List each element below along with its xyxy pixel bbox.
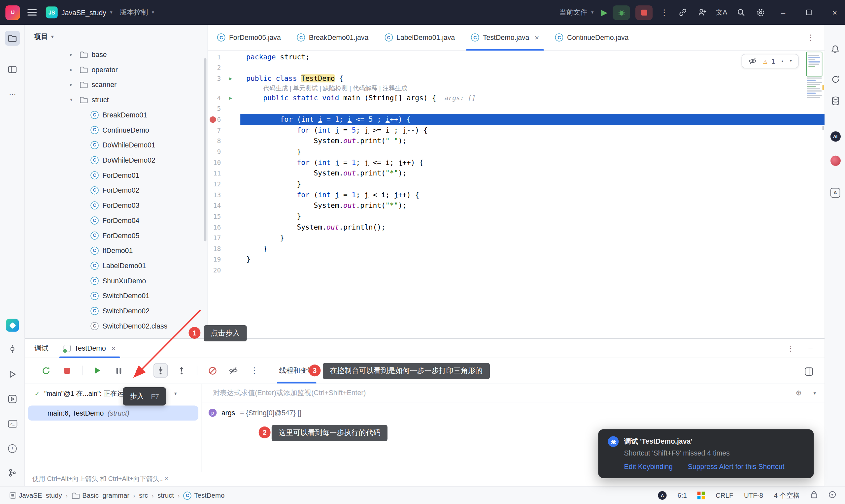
gutter-line[interactable]: 6 (208, 114, 240, 125)
variable-row[interactable]: p args = {String[0]@547} [] (202, 402, 825, 417)
tab-options-icon[interactable]: ⋮ (797, 33, 825, 42)
gutter-line[interactable]: 4▶ (208, 93, 240, 104)
commit-tool-icon[interactable] (5, 341, 20, 357)
tree-item-IfDemo01[interactable]: CIfDemo01 (25, 243, 207, 258)
breadcrumb-item[interactable]: Basic_grammar (71, 492, 129, 499)
run-gutter-icon[interactable]: ▶ (229, 95, 232, 101)
gutter-line[interactable]: 12 (208, 179, 240, 190)
tree-item-ForDemo04[interactable]: CForDemo04 (25, 213, 207, 228)
gutter-line[interactable]: 19 (208, 254, 240, 265)
gutter-line[interactable]: 9 (208, 146, 240, 157)
run-tool-icon[interactable] (5, 367, 20, 382)
close-button[interactable]: × (825, 0, 845, 25)
thread-header[interactable]: ✓ "main"@1 在...ain": 正在运行 ▾ (25, 386, 202, 401)
editor-tab-ForDemo05.java[interactable]: CForDemo05.java (209, 25, 289, 50)
tree-item-ContinueDemo[interactable]: CContinueDemo (25, 122, 207, 138)
editor-tab-LabelDemo01.java[interactable]: CLabelDemo01.java (376, 25, 463, 50)
debug-options-icon[interactable]: ⋮ (787, 344, 794, 352)
chevron-collapsed-icon[interactable]: ▸ (70, 67, 80, 72)
gutter-line[interactable]: 8 (208, 136, 240, 146)
rerun-debug-icon[interactable] (39, 363, 53, 377)
gutter-line[interactable]: 13 (208, 190, 240, 200)
chevron-expanded-icon[interactable]: ▾ (70, 97, 80, 102)
tree-item-DoWhileDemo02[interactable]: CDoWhileDemo02 (25, 152, 207, 167)
tree-item-ForDemo05[interactable]: CForDemo05 (25, 228, 207, 243)
tree-item-LabelDemo01[interactable]: CLabelDemo01 (25, 258, 207, 273)
gutter-line[interactable]: 14 (208, 200, 240, 211)
tree-item-DoWhileDemo01[interactable]: CDoWhileDemo01 (25, 137, 207, 152)
code-line-execution-point[interactable]: for (int i = 1; i <= 5 ; i++) { (240, 114, 825, 125)
add-watch-icon[interactable]: ⊕ (796, 389, 802, 397)
gutter-line[interactable]: 11 (208, 168, 240, 179)
line-separator[interactable]: CRLF (716, 492, 733, 499)
hide-panel-icon[interactable]: – (808, 344, 813, 352)
code-line[interactable] (240, 265, 825, 276)
close-tab-icon[interactable]: × (535, 33, 539, 41)
gutter-line[interactable]: 15 (208, 211, 240, 222)
prev-problem-icon[interactable]: ▴ (781, 59, 784, 64)
file-encoding[interactable]: UTF-8 (744, 492, 763, 499)
gutter-line[interactable]: 5 (208, 103, 240, 114)
gutter-line[interactable]: 1 (208, 52, 240, 63)
inspections-widget[interactable]: ⚠ 1 ▴ ▾ (742, 54, 799, 68)
problems-tool-icon[interactable]: ! (5, 441, 20, 456)
notifications-icon[interactable] (829, 42, 842, 55)
vcs-selector[interactable]: 版本控制 ▾ (120, 7, 154, 17)
stripe-mark[interactable] (822, 126, 824, 130)
code-line[interactable]: for (int j = 1; j <= i; j++) { (240, 157, 825, 168)
debug-session-tab[interactable]: TestDemo × (57, 339, 122, 358)
maximize-button[interactable] (799, 0, 819, 25)
code-line[interactable]: System.out.print(" "); (240, 136, 825, 146)
breadcrumb-item[interactable]: JavaSE_study (10, 492, 62, 499)
gutter-line[interactable]: 16 (208, 222, 240, 233)
hide-frames-icon[interactable] (226, 363, 240, 377)
version-control-tool-icon[interactable] (5, 465, 20, 481)
warning-stripe-mark[interactable] (822, 85, 824, 90)
code-line[interactable]: } (240, 211, 825, 222)
more-actions-icon[interactable]: ⋮ (658, 7, 670, 17)
caret-position[interactable]: 6:1 (677, 492, 687, 499)
main-menu-icon[interactable] (28, 7, 38, 17)
editor-tab-TestDemo.java[interactable]: CTestDemo.java× (463, 25, 547, 50)
editor-tab-BreakDemo01.java[interactable]: CBreakDemo01.java (289, 25, 376, 50)
code-editor[interactable]: 123▶4▶567891011121314151617181920 packag… (208, 51, 825, 338)
code-line[interactable]: package struct; (240, 52, 825, 63)
more-tools-icon[interactable]: ⋯ (5, 87, 20, 102)
services-tool-icon[interactable] (5, 392, 20, 407)
pause-icon[interactable] (111, 363, 125, 377)
lock-icon[interactable] (811, 490, 817, 500)
project-tool-icon[interactable] (5, 31, 20, 46)
ai-assistant-icon[interactable]: AI (829, 130, 842, 143)
minimize-button[interactable]: – (773, 0, 793, 25)
tree-item-operator[interactable]: ▸operator (25, 62, 207, 77)
code-line[interactable] (240, 62, 825, 73)
run-button[interactable]: ▶ (601, 7, 608, 17)
tree-item-SwitchDemo01[interactable]: CSwitchDemo01 (25, 288, 207, 303)
search-icon[interactable] (734, 5, 748, 19)
structure-tool-icon[interactable] (5, 62, 20, 77)
translation-plugin-icon[interactable]: A (829, 186, 842, 199)
ai-plugin-icon[interactable] (5, 318, 20, 333)
tree-item-scanner[interactable]: ▸scanner (25, 77, 207, 92)
debug-button[interactable] (613, 5, 630, 20)
gutter-line[interactable]: 17 (208, 233, 240, 244)
chevron-collapsed-icon[interactable]: ▸ (70, 82, 80, 87)
plugin-status-icon[interactable] (698, 492, 705, 499)
stack-frame-selected[interactable]: main:6, TestDemo (struct) (28, 406, 198, 420)
code-line[interactable]: } (240, 179, 825, 190)
code-line[interactable]: } (240, 254, 825, 265)
tree-item-ShunXuDemo[interactable]: CShunXuDemo (25, 273, 207, 288)
terminal-tool-icon[interactable]: >_ (5, 416, 20, 431)
gradle-icon[interactable] (829, 73, 842, 86)
project-scrollbar[interactable] (204, 58, 207, 241)
code-line[interactable]: System.out.print("*"); (240, 200, 825, 211)
gutter-line[interactable]: 18 (208, 244, 240, 254)
tree-item-ForDemo01[interactable]: CForDemo01 (25, 167, 207, 183)
chevron-down-icon[interactable]: ▾ (813, 390, 816, 395)
stop-debug-icon[interactable] (60, 363, 74, 377)
close-session-icon[interactable]: × (111, 344, 116, 352)
gutter-line[interactable]: 10 (208, 157, 240, 168)
settings-gear-icon[interactable] (753, 5, 767, 19)
tree-item-BreakDemo01[interactable]: CBreakDemo01 (25, 107, 207, 122)
edit-keybinding-link[interactable]: Edit Keybinding (624, 463, 673, 470)
